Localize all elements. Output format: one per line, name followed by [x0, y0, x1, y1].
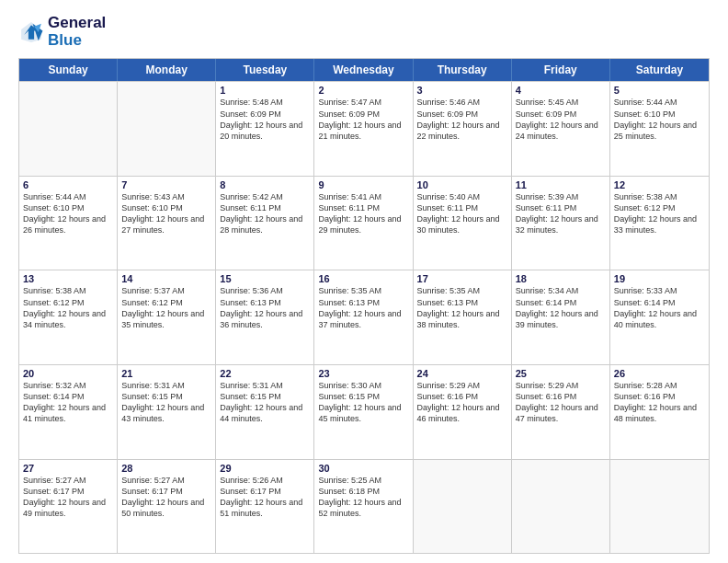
logo-icon: [18, 19, 44, 45]
sun-info: Sunrise: 5:40 AMSunset: 6:11 PMDaylight:…: [417, 191, 507, 236]
week-row-5: 27Sunrise: 5:27 AMSunset: 6:17 PMDayligh…: [19, 459, 709, 554]
day-number: 17: [417, 273, 507, 284]
cal-cell-3-6: 18Sunrise: 5:34 AMSunset: 6:14 PMDayligh…: [512, 270, 610, 364]
day-number: 26: [614, 368, 705, 379]
cal-cell-3-2: 14Sunrise: 5:37 AMSunset: 6:12 PMDayligh…: [118, 270, 216, 364]
cal-cell-2-5: 10Sunrise: 5:40 AMSunset: 6:11 PMDayligh…: [414, 177, 512, 270]
sun-info: Sunrise: 5:41 AMSunset: 6:11 PMDaylight:…: [318, 191, 408, 236]
cal-cell-2-4: 9Sunrise: 5:41 AMSunset: 6:11 PMDaylight…: [314, 177, 413, 270]
cal-cell-2-2: 7Sunrise: 5:43 AMSunset: 6:10 PMDaylight…: [118, 177, 216, 270]
sun-info: Sunrise: 5:26 AMSunset: 6:17 PMDaylight:…: [220, 475, 310, 520]
sun-info: Sunrise: 5:42 AMSunset: 6:11 PMDaylight:…: [220, 191, 310, 236]
cal-cell-2-7: 12Sunrise: 5:38 AMSunset: 6:12 PMDayligh…: [610, 177, 709, 270]
day-number: 15: [220, 273, 310, 284]
day-number: 12: [614, 179, 705, 190]
sun-info: Sunrise: 5:45 AMSunset: 6:09 PMDaylight:…: [516, 97, 606, 142]
cal-cell-3-5: 17Sunrise: 5:35 AMSunset: 6:13 PMDayligh…: [414, 270, 512, 364]
week-row-4: 20Sunrise: 5:32 AMSunset: 6:14 PMDayligh…: [19, 364, 709, 459]
day-number: 8: [220, 179, 310, 190]
sun-info: Sunrise: 5:25 AMSunset: 6:18 PMDaylight:…: [318, 475, 408, 520]
day-number: 25: [516, 368, 606, 379]
header-wednesday: Wednesday: [314, 59, 413, 81]
cal-cell-2-3: 8Sunrise: 5:42 AMSunset: 6:11 PMDaylight…: [216, 177, 314, 270]
day-number: 30: [318, 463, 408, 474]
sun-info: Sunrise: 5:47 AMSunset: 6:09 PMDaylight:…: [318, 97, 408, 142]
cal-cell-2-1: 6Sunrise: 5:44 AMSunset: 6:10 PMDaylight…: [19, 177, 118, 270]
cal-cell-1-1: [19, 82, 118, 176]
day-number: 7: [121, 179, 211, 190]
cal-cell-5-2: 28Sunrise: 5:27 AMSunset: 6:17 PMDayligh…: [118, 460, 216, 554]
calendar-header: Sunday Monday Tuesday Wednesday Thursday…: [19, 59, 709, 81]
logo-text: General Blue: [48, 15, 106, 49]
sun-info: Sunrise: 5:34 AMSunset: 6:14 PMDaylight:…: [516, 285, 606, 330]
sun-info: Sunrise: 5:31 AMSunset: 6:15 PMDaylight:…: [121, 380, 211, 425]
day-number: 29: [220, 463, 310, 474]
day-number: 1: [220, 85, 310, 96]
day-number: 11: [516, 179, 606, 190]
day-number: 13: [23, 273, 113, 284]
day-number: 19: [614, 273, 705, 284]
sun-info: Sunrise: 5:36 AMSunset: 6:13 PMDaylight:…: [220, 285, 310, 330]
day-number: 27: [23, 463, 113, 474]
day-number: 22: [220, 368, 310, 379]
day-number: 10: [417, 179, 507, 190]
cal-cell-2-6: 11Sunrise: 5:39 AMSunset: 6:11 PMDayligh…: [512, 177, 610, 270]
sun-info: Sunrise: 5:35 AMSunset: 6:13 PMDaylight:…: [417, 285, 507, 330]
logo: General Blue: [18, 15, 106, 49]
cal-cell-5-3: 29Sunrise: 5:26 AMSunset: 6:17 PMDayligh…: [216, 460, 314, 554]
week-row-3: 13Sunrise: 5:38 AMSunset: 6:12 PMDayligh…: [19, 270, 709, 364]
day-number: 20: [23, 368, 113, 379]
header-saturday: Saturday: [610, 59, 709, 81]
cal-cell-4-4: 23Sunrise: 5:30 AMSunset: 6:15 PMDayligh…: [314, 365, 413, 459]
sun-info: Sunrise: 5:28 AMSunset: 6:16 PMDaylight:…: [614, 380, 705, 425]
cal-cell-1-5: 3Sunrise: 5:46 AMSunset: 6:09 PMDaylight…: [414, 82, 512, 176]
sun-info: Sunrise: 5:39 AMSunset: 6:11 PMDaylight:…: [516, 191, 606, 236]
cal-cell-1-3: 1Sunrise: 5:48 AMSunset: 6:09 PMDaylight…: [216, 82, 314, 176]
cal-cell-4-6: 25Sunrise: 5:29 AMSunset: 6:16 PMDayligh…: [512, 365, 610, 459]
sun-info: Sunrise: 5:38 AMSunset: 6:12 PMDaylight:…: [23, 285, 113, 330]
cal-cell-1-7: 5Sunrise: 5:44 AMSunset: 6:10 PMDaylight…: [610, 82, 709, 176]
sun-info: Sunrise: 5:32 AMSunset: 6:14 PMDaylight:…: [23, 380, 113, 425]
sun-info: Sunrise: 5:31 AMSunset: 6:15 PMDaylight:…: [220, 380, 310, 425]
sun-info: Sunrise: 5:33 AMSunset: 6:14 PMDaylight:…: [614, 285, 705, 330]
cal-cell-5-5: [414, 460, 512, 554]
day-number: 3: [417, 85, 507, 96]
header-monday: Monday: [118, 59, 216, 81]
sun-info: Sunrise: 5:43 AMSunset: 6:10 PMDaylight:…: [121, 191, 211, 236]
sun-info: Sunrise: 5:29 AMSunset: 6:16 PMDaylight:…: [417, 380, 507, 425]
cal-cell-5-4: 30Sunrise: 5:25 AMSunset: 6:18 PMDayligh…: [314, 460, 413, 554]
day-number: 14: [121, 273, 211, 284]
header: General Blue: [18, 15, 710, 49]
week-row-1: 1Sunrise: 5:48 AMSunset: 6:09 PMDaylight…: [19, 81, 709, 176]
sun-info: Sunrise: 5:35 AMSunset: 6:13 PMDaylight:…: [318, 285, 408, 330]
cal-cell-3-1: 13Sunrise: 5:38 AMSunset: 6:12 PMDayligh…: [19, 270, 118, 364]
page: General Blue Sunday Monday Tuesday Wedne…: [0, 0, 728, 563]
day-number: 2: [318, 85, 408, 96]
calendar: Sunday Monday Tuesday Wednesday Thursday…: [18, 58, 710, 554]
sun-info: Sunrise: 5:29 AMSunset: 6:16 PMDaylight:…: [516, 380, 606, 425]
cal-cell-5-1: 27Sunrise: 5:27 AMSunset: 6:17 PMDayligh…: [19, 460, 118, 554]
day-number: 24: [417, 368, 507, 379]
cal-cell-4-2: 21Sunrise: 5:31 AMSunset: 6:15 PMDayligh…: [118, 365, 216, 459]
day-number: 6: [23, 179, 113, 190]
sun-info: Sunrise: 5:44 AMSunset: 6:10 PMDaylight:…: [23, 191, 113, 236]
sun-info: Sunrise: 5:48 AMSunset: 6:09 PMDaylight:…: [220, 97, 310, 142]
cal-cell-1-4: 2Sunrise: 5:47 AMSunset: 6:09 PMDaylight…: [314, 82, 413, 176]
cal-cell-1-6: 4Sunrise: 5:45 AMSunset: 6:09 PMDaylight…: [512, 82, 610, 176]
sun-info: Sunrise: 5:27 AMSunset: 6:17 PMDaylight:…: [121, 475, 211, 520]
calendar-body: 1Sunrise: 5:48 AMSunset: 6:09 PMDaylight…: [19, 81, 709, 553]
cal-cell-4-3: 22Sunrise: 5:31 AMSunset: 6:15 PMDayligh…: [216, 365, 314, 459]
day-number: 16: [318, 273, 408, 284]
cal-cell-4-5: 24Sunrise: 5:29 AMSunset: 6:16 PMDayligh…: [414, 365, 512, 459]
cal-cell-5-7: [610, 460, 709, 554]
day-number: 9: [318, 179, 408, 190]
sun-info: Sunrise: 5:38 AMSunset: 6:12 PMDaylight:…: [614, 191, 705, 236]
sun-info: Sunrise: 5:46 AMSunset: 6:09 PMDaylight:…: [417, 97, 507, 142]
cal-cell-4-1: 20Sunrise: 5:32 AMSunset: 6:14 PMDayligh…: [19, 365, 118, 459]
sun-info: Sunrise: 5:27 AMSunset: 6:17 PMDaylight:…: [23, 475, 113, 520]
day-number: 18: [516, 273, 606, 284]
week-row-2: 6Sunrise: 5:44 AMSunset: 6:10 PMDaylight…: [19, 176, 709, 270]
sun-info: Sunrise: 5:30 AMSunset: 6:15 PMDaylight:…: [318, 380, 408, 425]
cal-cell-3-3: 15Sunrise: 5:36 AMSunset: 6:13 PMDayligh…: [216, 270, 314, 364]
day-number: 5: [614, 85, 705, 96]
